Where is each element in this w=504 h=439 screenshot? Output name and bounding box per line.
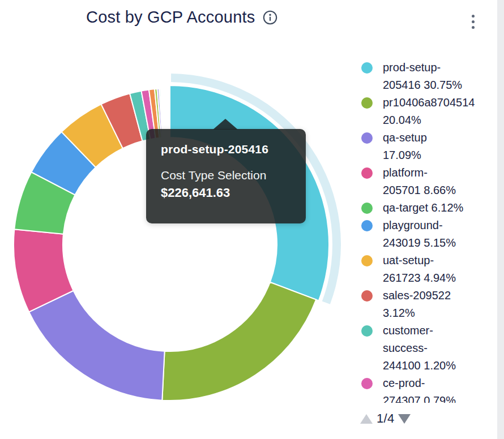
legend-item-ce-prod-274307[interactable]: ce-prod-274307 0.79% xyxy=(361,375,499,403)
tooltip-label: Cost Type Selection xyxy=(161,169,291,182)
legend-dot xyxy=(361,220,373,231)
legend-dot xyxy=(361,378,373,389)
pie-slice-pr10406a8704514[interactable] xyxy=(162,282,316,401)
pie-slice-qa-setup[interactable] xyxy=(29,291,164,401)
legend-label: ce-prod-274307 0.79% xyxy=(383,375,456,403)
legend-label: pr10406a870451420.04% xyxy=(383,94,475,129)
legend-dot xyxy=(361,325,373,337)
legend-item-qa-setup[interactable]: qa-setup17.09% xyxy=(361,129,499,164)
legend-item-platform-205701[interactable]: platform-205701 8.66% xyxy=(361,164,499,199)
legend-item-playground-243019[interactable]: playground-243019 5.15% xyxy=(361,217,499,252)
tooltip: prod-setup-205416 Cost Type Selection $2… xyxy=(146,129,306,223)
legend-label: playground-243019 5.15% xyxy=(383,217,456,252)
legend-item-pr10406a8704514[interactable]: pr10406a870451420.04% xyxy=(361,94,499,129)
page-down-icon[interactable] xyxy=(398,414,411,424)
legend-dot xyxy=(361,62,373,74)
page-up-icon[interactable] xyxy=(360,414,373,424)
legend-dot xyxy=(361,167,373,179)
tooltip-title: prod-setup-205416 xyxy=(161,143,291,156)
legend-item-qa-target[interactable]: qa-target 6.12% xyxy=(361,199,499,217)
kebab-menu-icon[interactable] xyxy=(471,14,476,30)
legend-dot xyxy=(361,290,373,302)
legend-item-sales-209522[interactable]: sales-2095223.12% xyxy=(361,287,499,322)
tooltip-arrow xyxy=(213,119,238,130)
legend-dot xyxy=(361,203,373,214)
legend-label: customer-success-244100 1.20% xyxy=(383,322,456,375)
legend-label: qa-setup17.09% xyxy=(383,129,427,164)
legend-dot xyxy=(361,97,373,109)
legend-dot xyxy=(361,132,373,144)
legend-label: prod-setup-205416 30.75% xyxy=(383,59,462,94)
legend-label: qa-target 6.12% xyxy=(383,199,463,217)
legend-label: sales-2095223.12% xyxy=(383,287,451,322)
legend-item-customer-success-244100[interactable]: customer-success-244100 1.20% xyxy=(361,322,499,375)
legend-item-prod-setup-205416[interactable]: prod-setup-205416 30.75% xyxy=(361,59,499,94)
legend-item-uat-setup-261723[interactable]: uat-setup-261723 4.94% xyxy=(361,252,499,287)
page-indicator: 1/4 xyxy=(377,411,394,426)
legend-pagination: 1/4 xyxy=(360,411,411,426)
legend-label: uat-setup-261723 4.94% xyxy=(383,252,456,287)
legend-dot xyxy=(361,255,373,266)
tooltip-value: $226,641.63 xyxy=(161,186,291,200)
legend: prod-setup-205416 30.75%pr10406a87045142… xyxy=(361,59,499,403)
legend-label: platform-205701 8.66% xyxy=(383,164,456,199)
